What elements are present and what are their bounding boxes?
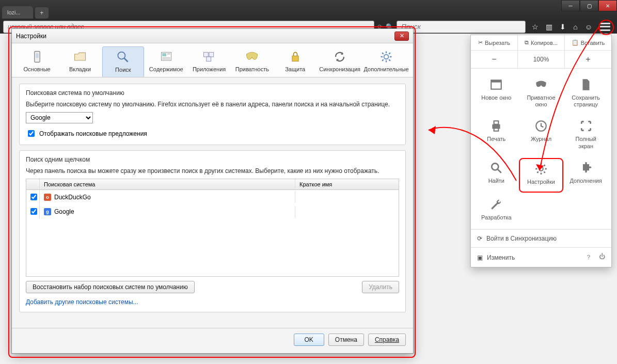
- ok-button[interactable]: OK: [294, 334, 324, 346]
- dialog-close-button[interactable]: ✕: [394, 31, 409, 41]
- fullscreen-icon: [578, 119, 594, 133]
- power-icon[interactable]: ⏻: [599, 253, 605, 262]
- home-icon[interactable]: ⌂: [573, 23, 577, 31]
- menu-sync-row[interactable]: ⟳ Войти в Синхронизацию: [471, 229, 611, 247]
- tab-label: Дополнительные: [364, 66, 409, 72]
- window-maximize-button[interactable]: ▢: [580, 0, 598, 11]
- engine-checkbox[interactable]: [30, 208, 37, 215]
- menu-cut-button[interactable]: ✂ Вырезать: [471, 35, 518, 50]
- menu-paste-button[interactable]: 📋 Вставить: [565, 35, 611, 50]
- table-row[interactable]: o DuckDuckGo: [26, 190, 399, 204]
- mask-icon: [533, 78, 549, 91]
- browser-tab[interactable]: lozi...: [2, 6, 33, 19]
- tab-privacy[interactable]: Приватность: [231, 46, 273, 77]
- default-engine-select[interactable]: Google: [26, 112, 93, 123]
- menu-item-label: Разработка: [481, 214, 512, 221]
- menu-item-fullscreen[interactable]: Полный экран: [563, 116, 608, 155]
- tab-sync[interactable]: Синхронизация: [317, 46, 362, 77]
- menu-item-label: Настройки: [527, 179, 555, 185]
- menu-copy-button[interactable]: ⧉ Копиров...: [518, 35, 565, 50]
- clock-icon: [533, 119, 549, 133]
- menu-sync-label: Войти в Синхронизацию: [486, 235, 557, 242]
- menu-item-developer[interactable]: Разработка: [474, 195, 519, 227]
- menu-item-save-page[interactable]: Сохранить страницу: [563, 75, 608, 114]
- menu-item-label: Найти: [488, 178, 504, 184]
- tab-label: Вкладки: [69, 66, 91, 72]
- engine-name: Google: [54, 208, 74, 215]
- menu-copy-label: Копиров...: [531, 40, 558, 46]
- gear-icon: [377, 50, 395, 64]
- add-engines-link[interactable]: Добавить другие поисковые системы...: [26, 298, 138, 306]
- sync-icon: ⟳: [477, 235, 482, 242]
- show-suggestions-checkbox[interactable]: [28, 130, 35, 137]
- tab-security[interactable]: Защита: [274, 46, 316, 77]
- menu-customize-button[interactable]: ▣ Изменить: [477, 254, 515, 261]
- window-close-button[interactable]: ✕: [598, 0, 617, 11]
- menu-paste-label: Вставить: [581, 40, 605, 46]
- cancel-button[interactable]: Отмена: [328, 334, 364, 346]
- menu-item-settings[interactable]: Настройки: [519, 158, 564, 193]
- menu-item-new-window[interactable]: Новое окно: [474, 75, 519, 114]
- oneclick-title: Поиск одним щелчком: [26, 156, 399, 163]
- menu-item-label: Журнал: [531, 136, 551, 143]
- help-button[interactable]: Справка: [368, 334, 406, 346]
- engine-name: DuckDuckGo: [54, 194, 91, 201]
- bookmark-star-icon[interactable]: ☆: [532, 23, 539, 31]
- tab-advanced[interactable]: Дополнительные: [363, 46, 409, 77]
- zoom-value[interactable]: 100%: [518, 51, 565, 68]
- scissors-icon: ✂: [478, 39, 483, 46]
- svg-rect-16: [204, 52, 209, 57]
- magnifier-icon: [114, 50, 132, 65]
- table-row[interactable]: g Google: [26, 204, 399, 219]
- hamburger-menu-button[interactable]: [599, 22, 611, 31]
- svg-rect-12: [162, 53, 166, 56]
- general-icon: [28, 50, 46, 64]
- dialog-titlebar: Настройки ✕: [12, 29, 413, 43]
- default-search-title: Поисковая система по умолчанию: [26, 89, 399, 97]
- gear-icon: [533, 162, 549, 176]
- search-bar[interactable]: [397, 21, 526, 33]
- clipboard-icon: 📋: [572, 39, 579, 46]
- default-search-hint: Выберите поисковую систему по умолчанию.…: [26, 101, 399, 108]
- search-icon: [488, 161, 504, 175]
- library-icon[interactable]: ▥: [546, 23, 552, 31]
- tab-general[interactable]: Основные: [16, 46, 58, 77]
- restore-defaults-button[interactable]: Восстановить набор поисковых систем по у…: [26, 281, 195, 293]
- tab-tabs[interactable]: Вкладки: [59, 46, 101, 77]
- apps-icon: [200, 50, 218, 64]
- menu-item-label: Печать: [487, 136, 505, 143]
- svg-point-20: [384, 55, 389, 59]
- svg-rect-17: [209, 52, 214, 57]
- menu-item-find[interactable]: Найти: [474, 158, 519, 193]
- zoom-in-button[interactable]: +: [565, 51, 611, 68]
- wrench-icon: [488, 198, 504, 211]
- menu-item-label: Новое окно: [481, 94, 511, 101]
- menu-item-print[interactable]: Печать: [474, 116, 519, 155]
- menu-item-addons[interactable]: Дополнения: [563, 158, 608, 193]
- smiley-icon[interactable]: ☺: [585, 23, 592, 31]
- svg-rect-9: [36, 53, 38, 58]
- engine-checkbox[interactable]: [30, 194, 37, 200]
- menu-item-label: Сохранить страницу: [572, 94, 600, 108]
- tab-content[interactable]: Содержимое: [145, 46, 187, 77]
- menu-item-label: Полный экран: [575, 136, 596, 149]
- copy-icon: ⧉: [525, 39, 529, 46]
- help-icon[interactable]: ？: [586, 253, 592, 262]
- plus-box-icon: ▣: [477, 254, 483, 261]
- oneclick-group: Поиск одним щелчком Через панель поиска …: [19, 150, 406, 312]
- new-tab-button[interactable]: +: [35, 7, 49, 19]
- tab-search[interactable]: Поиск: [102, 46, 144, 77]
- downloads-icon[interactable]: ⬇: [560, 23, 566, 31]
- svg-rect-3: [494, 121, 499, 125]
- remove-engine-button[interactable]: Удалить: [362, 281, 399, 293]
- zoom-out-button[interactable]: −: [471, 51, 518, 68]
- tab-label: Основные: [24, 66, 51, 72]
- menu-item-private-window[interactable]: Приватное окно: [519, 75, 564, 114]
- tab-applications[interactable]: Приложения: [188, 46, 230, 77]
- menu-item-label: Приватное окно: [527, 94, 555, 108]
- menu-cut-label: Вырезать: [485, 40, 510, 46]
- menu-item-history[interactable]: Журнал: [519, 116, 564, 155]
- page-icon: [578, 78, 594, 91]
- window-minimize-button[interactable]: ─: [561, 0, 580, 11]
- svg-rect-13: [167, 53, 170, 55]
